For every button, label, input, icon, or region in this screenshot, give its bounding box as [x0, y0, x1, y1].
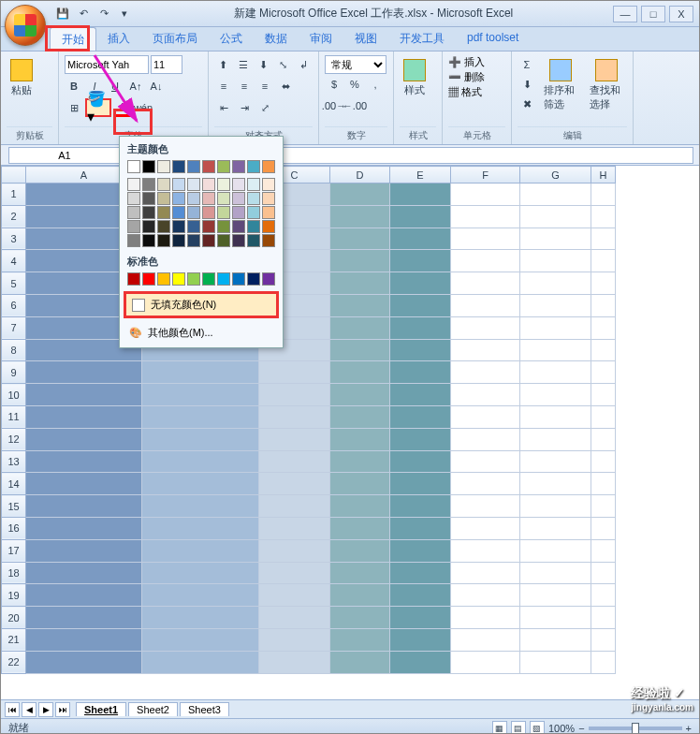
- cell-B21[interactable]: [142, 628, 259, 651]
- font-name-select[interactable]: [65, 55, 149, 74]
- cell-C17[interactable]: [259, 539, 330, 562]
- swatch[interactable]: [157, 206, 170, 219]
- swatch[interactable]: [217, 206, 230, 219]
- cell-G1[interactable]: [520, 184, 591, 206]
- view-break[interactable]: ▧: [530, 721, 545, 735]
- swatch[interactable]: [157, 234, 170, 247]
- col-header-G[interactable]: G: [520, 167, 591, 184]
- swatch[interactable]: [172, 272, 185, 286]
- row-header-7[interactable]: 7: [2, 316, 26, 339]
- row-header-14[interactable]: 14: [2, 473, 26, 495]
- number-format-select[interactable]: 常规: [325, 55, 386, 74]
- row-header-16[interactable]: 16: [2, 517, 26, 539]
- cell-A22[interactable]: [26, 651, 142, 673]
- cell-F5[interactable]: [451, 272, 520, 295]
- swatch[interactable]: [172, 192, 185, 205]
- cell-E21[interactable]: [390, 628, 451, 651]
- swatch[interactable]: [232, 272, 245, 286]
- fill-color-button[interactable]: 🪣▾: [85, 98, 111, 117]
- sheet-tab-Sheet1[interactable]: Sheet1: [76, 702, 126, 716]
- swatch[interactable]: [247, 206, 260, 219]
- cell-F17[interactable]: [451, 539, 520, 562]
- delete-cells-button[interactable]: ➖ 删除: [448, 70, 505, 84]
- cell-F7[interactable]: [451, 316, 520, 339]
- tab-视图[interactable]: 视图: [343, 27, 388, 51]
- swatch[interactable]: [202, 272, 215, 286]
- orientation-button[interactable]: ⤡: [274, 55, 292, 74]
- fill-button[interactable]: ⬇: [518, 75, 536, 94]
- cell-A16[interactable]: [26, 517, 142, 539]
- sheet-tab-Sheet3[interactable]: Sheet3: [180, 702, 229, 716]
- cell-F2[interactable]: [451, 205, 520, 228]
- cell-H19[interactable]: [591, 584, 616, 607]
- row-header-10[interactable]: 10: [2, 384, 26, 406]
- cell-E5[interactable]: [390, 272, 451, 295]
- align-center-button[interactable]: ≡: [235, 77, 254, 95]
- cell-H21[interactable]: [591, 628, 616, 651]
- tab-页面布局[interactable]: 页面布局: [141, 27, 209, 51]
- cell-H8[interactable]: [591, 339, 616, 361]
- cell-G9[interactable]: [520, 361, 591, 384]
- orientation2-button[interactable]: ⤢: [255, 98, 274, 117]
- swatch[interactable]: [202, 206, 215, 219]
- cell-G18[interactable]: [520, 562, 591, 584]
- swatch[interactable]: [127, 192, 140, 205]
- row-header-5[interactable]: 5: [2, 272, 26, 295]
- swatch[interactable]: [217, 234, 230, 247]
- swatch[interactable]: [247, 234, 260, 247]
- cell-D1[interactable]: [330, 184, 390, 206]
- cell-F3[interactable]: [451, 228, 520, 250]
- cell-F9[interactable]: [451, 361, 520, 384]
- cell-A10[interactable]: [26, 384, 142, 406]
- row-header-9[interactable]: 9: [2, 361, 26, 384]
- swatch[interactable]: [187, 272, 200, 286]
- cell-F12[interactable]: [451, 428, 520, 450]
- cell-C14[interactable]: [259, 473, 330, 495]
- cell-A13[interactable]: [26, 450, 142, 473]
- swatch[interactable]: [172, 220, 185, 233]
- swatch[interactable]: [232, 178, 245, 191]
- swatch[interactable]: [187, 178, 200, 191]
- row-header-21[interactable]: 21: [2, 628, 26, 651]
- cell-C11[interactable]: [259, 405, 330, 428]
- cell-B15[interactable]: [142, 495, 259, 518]
- cell-H12[interactable]: [591, 428, 616, 450]
- cell-H3[interactable]: [591, 228, 616, 250]
- name-box[interactable]: [8, 147, 121, 164]
- cell-D16[interactable]: [330, 517, 390, 539]
- cell-H15[interactable]: [591, 495, 616, 518]
- more-colors-item[interactable]: 🎨 其他颜色(M)...: [124, 322, 279, 344]
- cell-E2[interactable]: [390, 205, 451, 228]
- cell-G14[interactable]: [520, 473, 591, 495]
- cell-B20[interactable]: [142, 607, 259, 629]
- cell-B19[interactable]: [142, 584, 259, 607]
- merge-button[interactable]: ⬌: [276, 77, 295, 95]
- swatch[interactable]: [232, 234, 245, 247]
- sheet-tab-Sheet2[interactable]: Sheet2: [128, 702, 178, 716]
- cell-A11[interactable]: [26, 405, 142, 428]
- maximize-button[interactable]: □: [641, 6, 665, 22]
- cell-G13[interactable]: [520, 450, 591, 473]
- cell-D10[interactable]: [330, 384, 390, 406]
- swatch[interactable]: [142, 272, 155, 286]
- cell-D20[interactable]: [330, 607, 390, 629]
- cell-F8[interactable]: [451, 339, 520, 361]
- cell-D14[interactable]: [330, 473, 390, 495]
- cell-D2[interactable]: [330, 205, 390, 228]
- swatch[interactable]: [172, 160, 185, 173]
- cell-E12[interactable]: [390, 428, 451, 450]
- cell-G12[interactable]: [520, 428, 591, 450]
- cell-A17[interactable]: [26, 539, 142, 562]
- cell-H9[interactable]: [591, 361, 616, 384]
- cell-E11[interactable]: [390, 405, 451, 428]
- row-header-17[interactable]: 17: [2, 539, 26, 562]
- cell-A20[interactable]: [26, 607, 142, 629]
- swatch[interactable]: [262, 160, 275, 173]
- cell-B13[interactable]: [142, 450, 259, 473]
- swatch[interactable]: [142, 192, 155, 205]
- cell-D19[interactable]: [330, 584, 390, 607]
- cell-D15[interactable]: [330, 495, 390, 518]
- cell-C18[interactable]: [259, 562, 330, 584]
- swatch[interactable]: [157, 272, 170, 286]
- tab-插入[interactable]: 插入: [96, 27, 141, 51]
